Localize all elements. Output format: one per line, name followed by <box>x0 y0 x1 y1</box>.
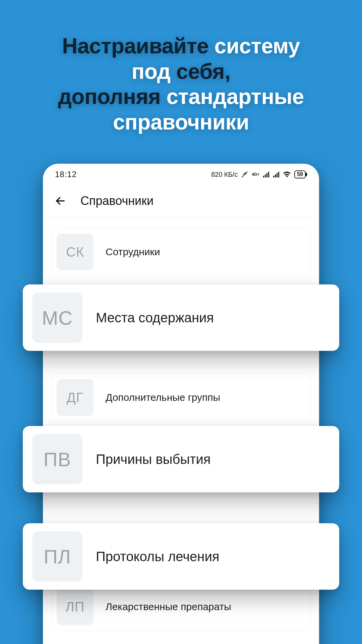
promo-l2a: под <box>132 59 176 84</box>
promo-l4: справочники <box>113 110 249 134</box>
status-bar: 18:12 820 КБ/с 4G+ 59 <box>43 164 319 185</box>
wifi-icon <box>283 171 291 177</box>
list-item-disposal[interactable]: ПВ Причины выбытия <box>23 426 339 492</box>
app-bar: Справочники <box>43 185 319 218</box>
list-item-drugs[interactable]: ЛП Лекарственные препараты <box>51 583 311 631</box>
promo-l3b: стандартные <box>166 85 304 109</box>
list-item-groups[interactable]: ДГ Дополнительные группы <box>51 373 311 422</box>
promo-l3a: дополняя <box>58 85 166 109</box>
signal2-icon <box>273 171 280 177</box>
list-item-protocols[interactable]: ПЛ Протоколы лечения <box>23 523 339 590</box>
item-label: Протоколы лечения <box>96 549 219 564</box>
battery-icon: 59 <box>294 170 307 178</box>
back-button[interactable] <box>54 194 67 208</box>
item-label: Дополнительные группы <box>106 392 220 403</box>
avatar-abbr: СК <box>57 233 94 270</box>
avatar-abbr: МС <box>32 292 82 343</box>
mute-icon <box>241 171 248 178</box>
promo-l1a: Настраивайте <box>62 34 214 58</box>
status-time: 18:12 <box>55 170 77 179</box>
avatar-abbr: ЛП <box>57 588 94 625</box>
item-label: Причины выбытия <box>96 452 210 467</box>
list-item-staff[interactable]: СК Сотрудники <box>51 228 311 276</box>
item-label: Сотрудники <box>106 246 160 258</box>
status-speed: 820 КБ/с <box>211 171 238 178</box>
avatar-abbr: ПВ <box>32 434 82 484</box>
promo-headline: Настраивайте систему под себя, дополняя … <box>0 0 362 135</box>
item-label: Места содержания <box>96 310 214 325</box>
battery-value: 59 <box>297 171 303 177</box>
item-label: Лекарственные препараты <box>106 601 231 612</box>
network-4g-icon: 4G+ <box>252 172 259 176</box>
promo-l2b: себя, <box>176 59 231 84</box>
page-title: Справочники <box>80 194 154 208</box>
avatar-abbr: ПЛ <box>32 531 82 582</box>
signal-icon <box>263 171 269 177</box>
promo-l1b: систему <box>215 34 300 58</box>
avatar-abbr: ДГ <box>57 379 94 416</box>
list-item-places[interactable]: МС Места содержания <box>23 284 339 351</box>
